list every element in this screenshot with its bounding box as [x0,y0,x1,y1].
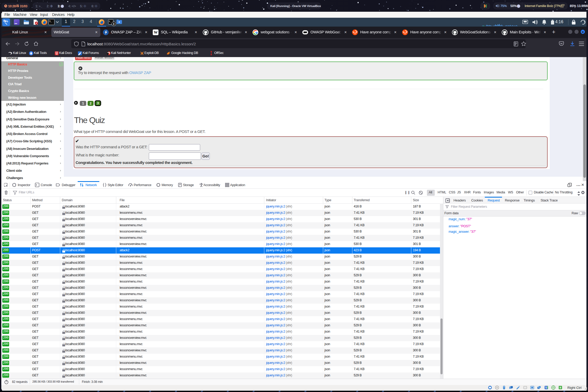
svg-text:$_: $_ [49,20,52,22]
svg-text:V: V [545,386,547,389]
svg-text:3: 3 [113,22,114,26]
svg-text:W: W [154,30,158,34]
svg-text:$_: $_ [109,20,111,22]
